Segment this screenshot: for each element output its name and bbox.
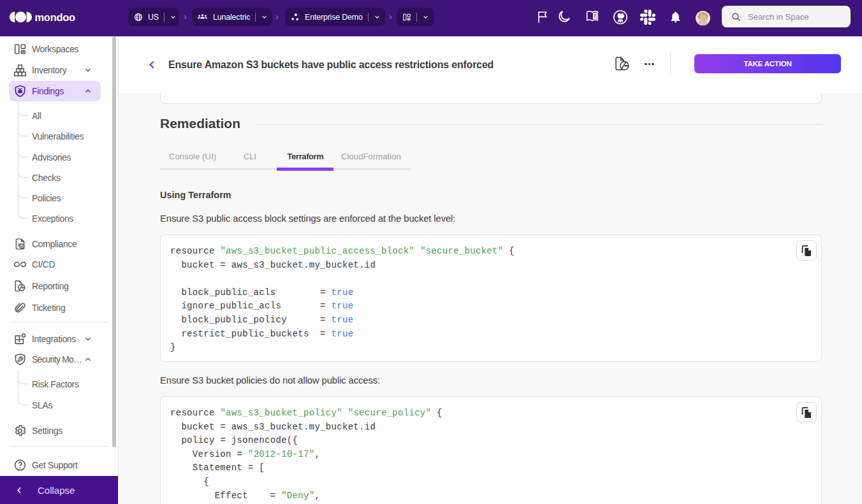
svg-text:mondoo: mondoo (35, 11, 75, 23)
